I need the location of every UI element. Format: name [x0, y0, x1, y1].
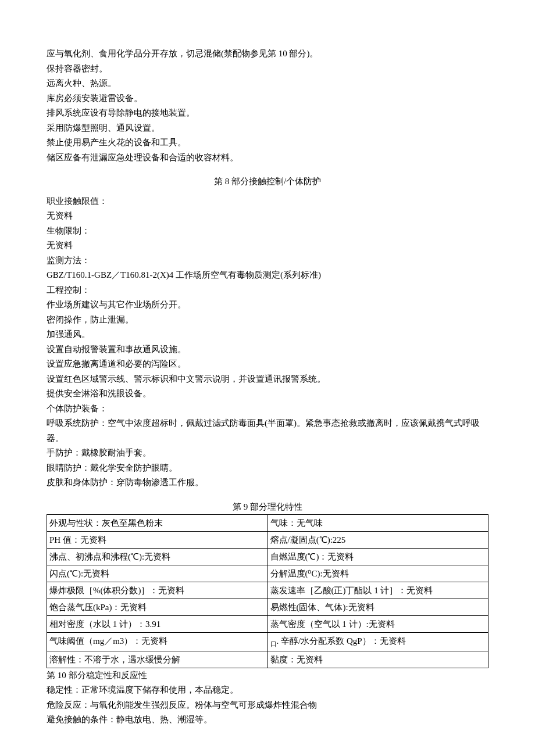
sec10-line: 避免接触的条件：静电放电、热、潮湿等。	[47, 712, 488, 728]
sec8-line: 职业接触限值：	[47, 194, 488, 209]
table-row: 爆炸极限［%(体积分数)］：无资料蒸发速率［乙酸(正)丁酯以 1 计］：无资料	[47, 582, 488, 599]
property-cell: PH 值：无资料	[47, 532, 268, 549]
storage-line: 远离火种、热源。	[47, 76, 488, 91]
property-cell: 熔点/凝固点(℃):225	[268, 532, 488, 549]
sec8-line: 皮肤和身体防护：穿防毒物渗透工作服。	[47, 475, 488, 490]
sec8-line: GBZ/T160.1-GBZ／T160.81-2(X)4 工作场所空气有毒物质测…	[47, 268, 488, 283]
storage-line: 排风系统应设有导除静电的接地装置。	[47, 106, 488, 121]
table-row: 溶解性：不溶于水，遇水缓慢分解黏度：无资料	[47, 651, 488, 668]
sec8-line: 手防护：戴橡胶耐油手套。	[47, 446, 488, 461]
sec8-line: 提供安全淋浴和洗眼设备。	[47, 386, 488, 402]
property-cell: 蒸气密度（空气以 1 计）:无资料	[268, 616, 488, 633]
property-cell: 口. 辛醇/水分配系数 QgP）：无资料	[268, 633, 488, 651]
storage-line: 应与氧化剂、食用化学品分开存放，切忌混储(禁配物参见第 10 部分)。	[47, 46, 488, 62]
section-10-block: 第 10 部分稳定性和反应性 稳定性：正常环境温度下储存和使用，本品稳定。 危险…	[47, 668, 488, 728]
table-row: 沸点、初沸点和沸程(℃):无资料自燃温度(℃)：无资料	[47, 549, 488, 565]
property-cell: 闪点(℃):无资料	[47, 565, 268, 582]
property-cell: 沸点、初沸点和沸程(℃):无资料	[47, 549, 268, 565]
table-row: 饱合蒸气压(kPa)：无资料易燃性(固体、气体):无资料	[47, 599, 488, 616]
property-cell: 分解温度(⁰C):无资料	[268, 565, 488, 582]
sec8-line: 监测方法：	[47, 253, 488, 268]
section-9-title: 第 9 部分理化特性	[47, 500, 488, 515]
property-cell: 自燃温度(℃)：无资料	[268, 549, 488, 565]
sec8-line: 呼吸系统防护：空气中浓度超标时，佩戴过滤式防毒面具(半面罩)。紧急事态抢救或撤离…	[47, 416, 488, 446]
property-cell: 外观与性状：灰色至黑色粉末	[47, 515, 268, 532]
storage-line: 保持容器密封。	[47, 62, 488, 77]
storage-line: 采用防爆型照明、通风设置。	[47, 121, 488, 136]
sec8-line: 作业场所建议与其它作业场所分开。	[47, 298, 488, 313]
storage-block: 应与氧化剂、食用化学品分开存放，切忌混储(禁配物参见第 10 部分)。 保持容器…	[47, 46, 488, 165]
storage-line: 储区应备有泄漏应急处理设备和合适的收容材料。	[47, 151, 488, 166]
sec8-line: 眼睛防护：戴化学安全防护眼睛。	[47, 461, 488, 476]
table-row: 相对密度（水以 1 计）：3.91蒸气密度（空气以 1 计）:无资料	[47, 616, 488, 633]
storage-line: 禁止使用易产生火花的设备和工具。	[47, 135, 488, 151]
property-cell: 蒸发速率［乙酸(正)丁酯以 1 计］：无资料	[268, 582, 488, 599]
sec8-line: 设置红色区域警示线、警示标识和中文警示说明，并设置通讯报警系统。	[47, 372, 488, 387]
sec8-line: 无资料	[47, 209, 488, 224]
sec8-line: 加强通风。	[47, 327, 488, 342]
property-cell: 易燃性(固体、气体):无资料	[268, 599, 488, 616]
table-row: 气味阈值（mg／m3）：无资料口. 辛醇/水分配系数 QgP）：无资料	[47, 633, 488, 651]
table-row: 闪点(℃):无资料分解温度(⁰C):无资料	[47, 565, 488, 582]
storage-line: 库房必须安装避雷设备。	[47, 91, 488, 106]
sec10-line: 危险反应：与氧化剂能发生强烈反应。粉体与空气可形成爆炸性混合物	[47, 698, 488, 713]
sec8-line: 设置自动报警装置和事故通风设施。	[47, 342, 488, 357]
property-cell: 饱合蒸气压(kPa)：无资料	[47, 599, 268, 616]
table-row: PH 值：无资料熔点/凝固点(℃):225	[47, 532, 488, 549]
sec8-line: 无资料	[47, 238, 488, 253]
sec8-line: 个体防护装备：	[47, 402, 488, 417]
sec10-line: 稳定性：正常环境温度下储存和使用，本品稳定。	[47, 683, 488, 698]
property-cell: 气味阈值（mg／m3）：无资料	[47, 633, 268, 651]
property-cell: 相对密度（水以 1 计）：3.91	[47, 616, 268, 633]
property-cell: 黏度：无资料	[268, 651, 488, 668]
section-8-block: 职业接触限值： 无资料 生物限制： 无资料 监测方法： GBZ/T160.1-G…	[47, 194, 488, 490]
sec8-line: 工程控制：	[47, 283, 488, 298]
sec8-line: 生物限制：	[47, 224, 488, 239]
section-8-title: 第 8 部分接触控制/个体防护	[47, 174, 488, 189]
property-cell: 爆炸极限［%(体积分数)］：无资料	[47, 582, 268, 599]
physical-properties-table: 外观与性状：灰色至黑色粉末气味：无气味PH 值：无资料熔点/凝固点(℃):225…	[47, 514, 488, 668]
table-row: 外观与性状：灰色至黑色粉末气味：无气味	[47, 515, 488, 532]
section-10-title: 第 10 部分稳定性和反应性	[47, 668, 488, 683]
property-cell: 气味：无气味	[268, 515, 488, 532]
sec8-line: 设置应急撤离通道和必要的泻险区。	[47, 357, 488, 372]
sec8-line: 密闭操作，防止泄漏。	[47, 313, 488, 328]
property-cell: 溶解性：不溶于水，遇水缓慢分解	[47, 651, 268, 668]
